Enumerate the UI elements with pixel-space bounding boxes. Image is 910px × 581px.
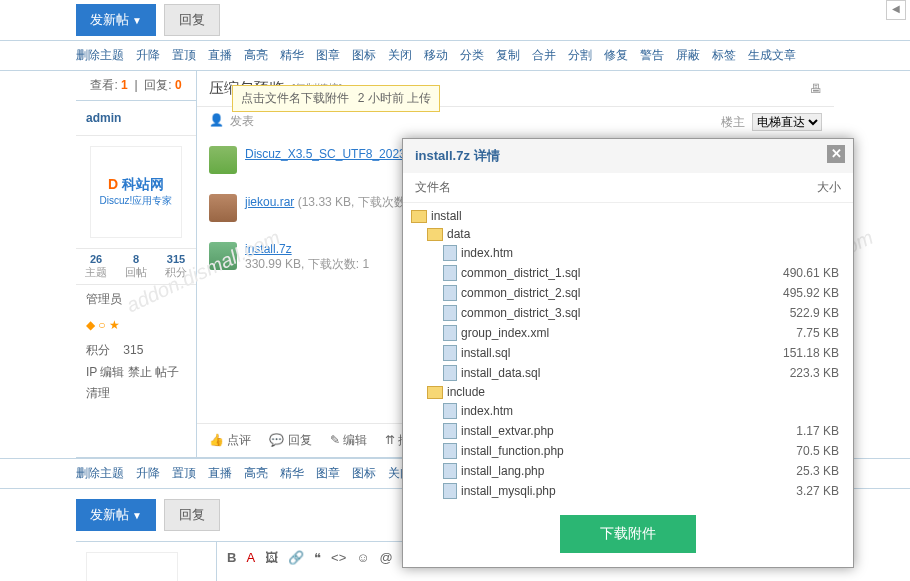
- mod-action[interactable]: 置顶: [172, 465, 196, 482]
- moderation-bar: 删除主题升降置顶直播高亮精华图章图标关闭移动分类复制合并分割修复警告屏蔽标签生成…: [0, 40, 910, 71]
- mod-action[interactable]: 删除主题: [76, 47, 124, 64]
- file-icon: [443, 443, 457, 459]
- tree-file[interactable]: install_data.sql223.3 KB: [411, 363, 845, 383]
- user-extra: 积分 315 IP 编辑 禁止 帖子 清理: [76, 336, 196, 409]
- tree-file[interactable]: common_district_3.sql522.9 KB: [411, 303, 845, 323]
- mod-action[interactable]: 精华: [280, 465, 304, 482]
- mod-action[interactable]: 关闭: [388, 47, 412, 64]
- mod-action[interactable]: 图标: [352, 47, 376, 64]
- mod-action[interactable]: 修复: [604, 47, 628, 64]
- code-icon[interactable]: <>: [331, 550, 346, 565]
- download-tooltip: 点击文件名下载附件2 小时前 上传: [232, 85, 440, 112]
- avatar[interactable]: D 科站网 Discuz!应用专家: [90, 146, 182, 238]
- file-icon: [443, 365, 457, 381]
- attachment-link[interactable]: jiekou.rar: [245, 195, 294, 209]
- modal-header: install.7z 详情 ✕: [403, 139, 853, 173]
- mod-action[interactable]: 删除主题: [76, 465, 124, 482]
- mod-action[interactable]: 直播: [208, 465, 232, 482]
- floor-select[interactable]: 电梯直达: [752, 113, 822, 131]
- collapse-icon[interactable]: ◀: [886, 0, 906, 20]
- mod-action[interactable]: 复制: [496, 47, 520, 64]
- user-role: 管理员: [76, 285, 196, 314]
- col-filename: 文件名: [415, 179, 771, 196]
- tree-file[interactable]: install_mysqli.php3.27 KB: [411, 481, 845, 501]
- mod-action[interactable]: 生成文章: [748, 47, 796, 64]
- file-icon: [443, 463, 457, 479]
- new-post-button[interactable]: 发新帖▼: [76, 4, 156, 36]
- col-size: 大小: [771, 179, 841, 196]
- bold-icon[interactable]: B: [227, 550, 236, 565]
- tree-file[interactable]: index.htm: [411, 243, 845, 263]
- 7z-icon: [209, 242, 237, 270]
- thread-stats: 查看: 1 | 回复: 0: [76, 71, 196, 101]
- mod-action[interactable]: 合并: [532, 47, 556, 64]
- file-icon: [443, 423, 457, 439]
- file-tree[interactable]: installdataindex.htmcommon_district_1.sq…: [403, 203, 853, 501]
- mod-action[interactable]: 移动: [424, 47, 448, 64]
- download-button[interactable]: 下载附件: [560, 515, 696, 553]
- file-icon: [443, 325, 457, 341]
- mod-action[interactable]: 标签: [712, 47, 736, 64]
- mod-action[interactable]: 精华: [280, 47, 304, 64]
- reply-action[interactable]: 💬 回复: [269, 432, 311, 449]
- color-icon[interactable]: A: [246, 550, 255, 565]
- tree-file[interactable]: install.sql151.18 KB: [411, 343, 845, 363]
- file-icon: [443, 265, 457, 281]
- mod-action[interactable]: 分类: [460, 47, 484, 64]
- at-icon[interactable]: @: [380, 550, 393, 565]
- user-stats: 26主题 8回帖 315积分: [76, 248, 196, 285]
- quote-icon[interactable]: ❝: [314, 550, 321, 565]
- tree-file[interactable]: index.htm: [411, 401, 845, 421]
- close-icon[interactable]: ✕: [827, 145, 845, 163]
- tree-folder[interactable]: install: [411, 207, 845, 225]
- edit-action[interactable]: ✎ 编辑: [330, 432, 367, 449]
- mod-action[interactable]: 屏蔽: [676, 47, 700, 64]
- mod-action[interactable]: 高亮: [244, 47, 268, 64]
- new-post-button[interactable]: 发新帖▼: [76, 499, 156, 531]
- mod-action[interactable]: 升降: [136, 465, 160, 482]
- mod-action[interactable]: 图章: [316, 465, 340, 482]
- mod-action[interactable]: 直播: [208, 47, 232, 64]
- rar-icon: [209, 194, 237, 222]
- reply-button[interactable]: 回复: [164, 499, 220, 531]
- tree-file[interactable]: common_district_1.sql490.61 KB: [411, 263, 845, 283]
- author-name[interactable]: admin: [76, 101, 196, 136]
- print-icon[interactable]: 🖶: [810, 82, 822, 96]
- mod-action[interactable]: 警告: [640, 47, 664, 64]
- file-icon: [443, 245, 457, 261]
- file-icon: [443, 305, 457, 321]
- link-icon[interactable]: 🔗: [288, 550, 304, 565]
- mod-action[interactable]: 高亮: [244, 465, 268, 482]
- folder-icon: [411, 210, 427, 223]
- folder-icon: [427, 228, 443, 241]
- tree-folder[interactable]: data: [411, 225, 845, 243]
- mod-action[interactable]: 升降: [136, 47, 160, 64]
- tree-file[interactable]: install_extvar.php1.17 KB: [411, 421, 845, 441]
- file-icon: [443, 483, 457, 499]
- publish-label: 发表: [230, 113, 254, 130]
- tree-folder[interactable]: include: [411, 383, 845, 401]
- emoji-icon[interactable]: ☺: [356, 550, 369, 565]
- mod-action[interactable]: 图标: [352, 465, 376, 482]
- tree-file[interactable]: install_lang.php25.3 KB: [411, 461, 845, 481]
- like-button[interactable]: 👍 点评: [209, 432, 251, 449]
- mod-action[interactable]: 图章: [316, 47, 340, 64]
- attachment-meta: 330.99 KB, 下载次数: 1: [245, 257, 369, 271]
- publish-icon: 👤: [209, 113, 224, 130]
- zip-icon: [209, 146, 237, 174]
- file-icon: [443, 403, 457, 419]
- user-medals: ◆ ○ ★: [76, 314, 196, 336]
- image-icon[interactable]: 🖼: [265, 550, 278, 565]
- tree-file[interactable]: install_function.php70.5 KB: [411, 441, 845, 461]
- tree-file[interactable]: group_index.xml7.75 KB: [411, 323, 845, 343]
- attachment-link[interactable]: install.7z: [245, 242, 292, 256]
- tree-file[interactable]: common_district_2.sql495.92 KB: [411, 283, 845, 303]
- mod-action[interactable]: 分割: [568, 47, 592, 64]
- archive-preview-modal: install.7z 详情 ✕ 文件名 大小 installdataindex.…: [402, 138, 854, 568]
- mod-action[interactable]: 置顶: [172, 47, 196, 64]
- file-icon: [443, 285, 457, 301]
- top-action-bar: 发新帖▼ 回复 ◀: [0, 0, 910, 40]
- author-sidebar: 查看: 1 | 回复: 0 admin D 科站网 Discuz!应用专家 26…: [76, 71, 197, 457]
- reply-button[interactable]: 回复: [164, 4, 220, 36]
- avatar: D 科站网: [86, 552, 178, 581]
